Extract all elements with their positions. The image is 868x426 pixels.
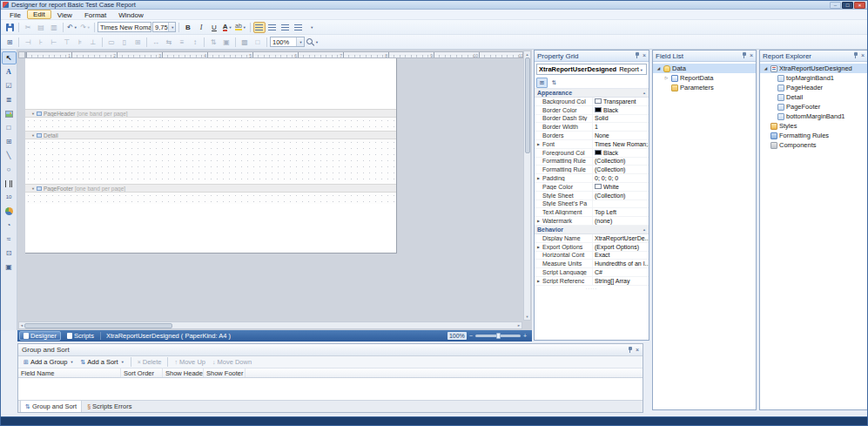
band-collapse-icon[interactable]: ▼	[31, 112, 35, 116]
tab-scripts[interactable]: Scripts	[63, 331, 98, 341]
property-row[interactable]: Style Sheet's Pa	[535, 200, 649, 209]
align-center-button[interactable]	[266, 22, 279, 33]
expanded-icon[interactable]: ◢	[763, 66, 769, 71]
menu-view[interactable]: View	[51, 10, 78, 19]
menu-format[interactable]: Format	[78, 10, 112, 19]
redo-button[interactable]: ↷▼	[79, 22, 91, 33]
page-footer-band[interactable]	[25, 193, 396, 204]
make-same-width-button[interactable]: ▭	[105, 37, 118, 48]
property-row[interactable]: Formatting Rule(Collection)	[535, 166, 649, 174]
picture-box-tool[interactable]	[2, 107, 17, 120]
menu-edit[interactable]: Edit	[27, 10, 51, 19]
section-appearance[interactable]: Appearance ▲	[535, 89, 649, 98]
vertical-scrollbar[interactable]: ▲ ▼	[523, 51, 531, 321]
tab-designer[interactable]: Designer	[19, 331, 61, 341]
magnifier-dropdown-icon[interactable]: ▼	[315, 40, 319, 44]
report-page[interactable]: ▼ PageHeader [one band per page] ▼ Detai…	[25, 58, 397, 254]
send-to-back-button[interactable]: □	[252, 37, 264, 48]
sparkline-tool[interactable]: ≈	[2, 233, 17, 246]
property-row[interactable]: Border Width1	[535, 123, 649, 132]
snap-to-grid-button[interactable]: ⊞	[3, 37, 16, 48]
pin-icon[interactable]	[628, 347, 633, 354]
save-button[interactable]	[3, 22, 16, 33]
add-a-sort-button[interactable]: ⇅ Add a Sort ▼	[77, 357, 126, 368]
close-icon[interactable]: ×	[861, 52, 865, 59]
cut-button[interactable]: ✂	[22, 22, 34, 33]
font-name-combo[interactable]: Times New Roman ▼	[98, 22, 151, 32]
group-and-sort-list[interactable]	[18, 378, 643, 400]
align-left-button[interactable]	[253, 22, 266, 33]
check-box-tool[interactable]: ☑	[2, 79, 17, 92]
increase-horizontal-spacing-button[interactable]: ⇆	[163, 37, 175, 48]
object-selector-dropdown[interactable]: ▼	[639, 65, 643, 73]
delete-button[interactable]: × Delete	[135, 357, 165, 368]
label-tool[interactable]: A	[2, 65, 17, 78]
pin-icon[interactable]	[853, 52, 858, 59]
align-horizontal-centers-button[interactable]: ⊧	[74, 37, 86, 48]
object-selector-combo[interactable]: XtraReportUserDesigned Report ▼	[536, 64, 647, 75]
column-sort-order[interactable]: Sort Order	[121, 369, 163, 377]
center-vertically-button[interactable]: ▣	[220, 37, 232, 48]
tree-node-styles[interactable]: Styles	[760, 121, 867, 131]
bold-button[interactable]: B	[182, 22, 194, 33]
property-row[interactable]: Display NameXtraReportUserDe...	[535, 234, 649, 243]
band-collapse-icon[interactable]: ▼	[31, 186, 35, 191]
close-icon[interactable]: ×	[750, 52, 753, 59]
copy-button[interactable]: ▤	[35, 22, 47, 33]
menu-window[interactable]: Window	[112, 10, 149, 19]
align-top-edges-button[interactable]: ⊤	[61, 37, 73, 48]
property-row[interactable]: Style Sheet(Collection)	[535, 192, 649, 200]
property-row[interactable]: ▶Padding0; 0; 0; 0	[535, 174, 649, 183]
zip-code-tool[interactable]: 10	[2, 191, 17, 204]
move-up-button[interactable]: ↑ Move Up	[172, 357, 208, 368]
tab-scripts-errors[interactable]: § Scripts Errors	[83, 401, 136, 412]
vertical-scroll-thumb[interactable]	[525, 57, 530, 153]
property-row[interactable]: Horizontal ContExact	[535, 252, 649, 260]
bar-code-tool[interactable]	[2, 177, 17, 190]
pin-icon[interactable]	[635, 52, 640, 59]
expand-icon[interactable]: ▶	[535, 176, 542, 180]
close-icon[interactable]: ×	[636, 347, 639, 354]
property-row[interactable]: Border ColorBlack	[535, 106, 649, 115]
increase-vertical-spacing-button[interactable]: ↕	[189, 37, 201, 48]
align-bottom-edges-button[interactable]: ⊥	[87, 37, 99, 48]
equal-horizontal-spacing-button[interactable]: ↔	[150, 37, 162, 48]
detail-band[interactable]	[25, 139, 396, 184]
top-margin-band[interactable]	[25, 58, 396, 109]
scroll-down-icon[interactable]: ▼	[525, 314, 530, 320]
column-show-footer[interactable]: Show Footer	[204, 369, 246, 377]
pointer-tool[interactable]: ↖	[2, 51, 17, 64]
property-row[interactable]: Text AlignmentTop Left	[535, 208, 649, 217]
page-footer-band-caption[interactable]: ▼ PageFooter [one band per page]	[25, 184, 396, 193]
property-row[interactable]: ▶Export Options(Export Options)	[535, 243, 649, 252]
band-collapse-icon[interactable]: ▼	[31, 133, 35, 138]
zoom-combo[interactable]: 100% ▼	[270, 37, 305, 47]
align-vertical-centers-button[interactable]: ⊦	[35, 37, 47, 48]
column-field-name[interactable]: Field Name	[18, 369, 121, 377]
property-row[interactable]: Formatting Rule(Collection)	[535, 158, 649, 166]
expanded-icon[interactable]: ◢	[656, 66, 662, 71]
alphabetical-view-button[interactable]: ⇅	[548, 78, 560, 88]
splitter-grip[interactable]: ·····	[535, 286, 649, 292]
close-icon[interactable]: ×	[643, 52, 646, 59]
font-color-button[interactable]: A▼	[221, 22, 233, 33]
tree-node-formatting-rules[interactable]: Formatting Rules	[760, 131, 867, 140]
panel-tool[interactable]: □	[2, 121, 17, 134]
chart-tool[interactable]	[2, 205, 17, 218]
sub-report-tool[interactable]: ▣	[2, 260, 17, 274]
font-size-dropdown[interactable]: ▼	[168, 23, 176, 31]
property-row[interactable]: Script LanguageC#	[535, 268, 649, 277]
tree-node-reportdata[interactable]: ▷ ReportData	[653, 73, 756, 83]
paste-button[interactable]: ▥	[48, 22, 60, 33]
undo-button[interactable]: ↶▼	[66, 22, 78, 33]
add-a-group-button[interactable]: ⊞ Add a Group ▼	[21, 357, 76, 368]
close-button[interactable]: ×	[854, 2, 865, 9]
undo-dropdown-icon[interactable]: ▼	[74, 25, 77, 30]
redo-dropdown-icon[interactable]: ▼	[87, 25, 91, 30]
tree-node-detail[interactable]: Detail	[760, 92, 867, 102]
expand-icon[interactable]: ▶	[535, 219, 542, 223]
make-same-size-button[interactable]: ⊞	[131, 37, 144, 48]
property-row[interactable]: ▶Watermark(none)	[535, 217, 649, 226]
property-row[interactable]: Page ColorWhite	[535, 183, 649, 192]
scroll-right-icon[interactable]: ►	[516, 322, 521, 328]
